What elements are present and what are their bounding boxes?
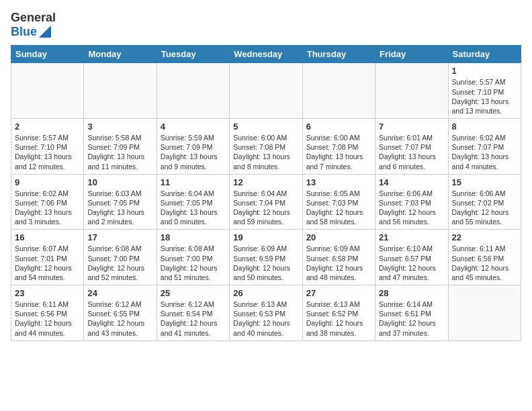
day-number: 2 bbox=[15, 122, 80, 132]
day-info: Sunrise: 6:00 AM bbox=[233, 133, 298, 142]
day-info: Sunrise: 6:02 AM bbox=[15, 189, 80, 198]
day-info: Sunrise: 6:04 AM bbox=[233, 189, 298, 198]
day-number: 9 bbox=[15, 177, 80, 187]
calendar-cell: 2Sunrise: 5:57 AMSunset: 7:10 PMDaylight… bbox=[11, 119, 84, 175]
calendar-week-row: 23Sunrise: 6:11 AMSunset: 6:56 PMDayligh… bbox=[11, 285, 521, 341]
calendar-header-row: SundayMondayTuesdayWednesdayThursdayFrid… bbox=[11, 46, 521, 63]
day-info: Daylight: 12 hours and 37 minutes. bbox=[379, 318, 444, 337]
day-info: Sunset: 6:57 PM bbox=[379, 254, 444, 263]
day-info: Sunrise: 6:13 AM bbox=[306, 300, 371, 309]
day-info: Sunrise: 6:09 AM bbox=[233, 244, 298, 253]
day-info: Daylight: 12 hours and 52 minutes. bbox=[87, 263, 152, 282]
day-number: 7 bbox=[379, 122, 444, 132]
day-number: 21 bbox=[379, 232, 444, 242]
calendar-cell bbox=[157, 63, 229, 119]
calendar-cell: 28Sunrise: 6:14 AMSunset: 6:51 PMDayligh… bbox=[375, 285, 448, 341]
day-info: Daylight: 12 hours and 44 minutes. bbox=[15, 318, 80, 337]
calendar-cell: 12Sunrise: 6:04 AMSunset: 7:04 PMDayligh… bbox=[230, 174, 302, 230]
calendar-cell: 11Sunrise: 6:04 AMSunset: 7:05 PMDayligh… bbox=[157, 174, 229, 230]
day-number: 15 bbox=[452, 177, 517, 187]
day-number: 14 bbox=[379, 177, 444, 187]
day-info: Sunset: 7:07 PM bbox=[452, 142, 517, 152]
calendar-week-row: 1Sunrise: 5:57 AMSunset: 7:10 PMDaylight… bbox=[11, 63, 521, 119]
day-info: Daylight: 13 hours and 3 minutes. bbox=[15, 208, 80, 226]
col-header-tuesday: Tuesday bbox=[157, 46, 229, 63]
day-number: 4 bbox=[161, 122, 226, 132]
day-info: Sunset: 7:05 PM bbox=[161, 198, 226, 208]
calendar-cell: 5Sunrise: 6:00 AMSunset: 7:08 PMDaylight… bbox=[230, 119, 302, 175]
day-info: Sunrise: 6:07 AM bbox=[15, 244, 80, 253]
calendar-cell: 24Sunrise: 6:12 AMSunset: 6:55 PMDayligh… bbox=[84, 285, 157, 341]
day-info: Daylight: 12 hours and 38 minutes. bbox=[306, 318, 371, 337]
day-number: 23 bbox=[15, 288, 80, 298]
day-info: Sunset: 7:08 PM bbox=[306, 142, 371, 152]
day-info: Sunrise: 6:12 AM bbox=[161, 300, 226, 309]
calendar-cell: 18Sunrise: 6:08 AMSunset: 7:00 PMDayligh… bbox=[157, 230, 229, 285]
day-info: Sunrise: 6:10 AM bbox=[379, 244, 444, 253]
day-info: Sunrise: 6:11 AM bbox=[452, 244, 517, 253]
day-number: 5 bbox=[233, 122, 298, 132]
calendar-cell: 7Sunrise: 6:01 AMSunset: 7:07 PMDaylight… bbox=[375, 119, 448, 175]
day-info: Sunset: 7:07 PM bbox=[379, 142, 444, 152]
calendar-cell bbox=[11, 63, 84, 119]
day-info: Sunset: 7:10 PM bbox=[452, 87, 517, 97]
day-info: Sunrise: 6:05 AM bbox=[306, 189, 371, 198]
day-info: Sunrise: 6:13 AM bbox=[233, 300, 298, 309]
day-info: Sunset: 6:53 PM bbox=[233, 309, 298, 318]
day-number: 28 bbox=[379, 288, 444, 298]
day-info: Sunrise: 6:08 AM bbox=[87, 244, 152, 253]
day-number: 24 bbox=[87, 288, 152, 298]
col-header-wednesday: Wednesday bbox=[230, 46, 302, 63]
day-info: Daylight: 12 hours and 51 minutes. bbox=[161, 263, 226, 282]
day-info: Sunrise: 6:14 AM bbox=[379, 300, 444, 309]
calendar-cell: 10Sunrise: 6:03 AMSunset: 7:05 PMDayligh… bbox=[84, 174, 157, 230]
day-number: 11 bbox=[161, 177, 226, 187]
day-number: 18 bbox=[161, 232, 226, 242]
day-info: Sunset: 6:58 PM bbox=[306, 254, 371, 263]
day-info: Daylight: 13 hours and 2 minutes. bbox=[87, 208, 152, 226]
day-info: Daylight: 12 hours and 40 minutes. bbox=[233, 318, 298, 337]
day-info: Daylight: 12 hours and 56 minutes. bbox=[379, 208, 444, 226]
day-info: Sunset: 6:56 PM bbox=[15, 309, 80, 318]
day-number: 1 bbox=[452, 66, 517, 76]
day-info: Daylight: 13 hours and 13 minutes. bbox=[452, 97, 517, 116]
day-info: Daylight: 12 hours and 45 minutes. bbox=[452, 263, 517, 282]
day-info: Sunrise: 6:03 AM bbox=[87, 189, 152, 198]
logo: General Blue bbox=[11, 11, 56, 38]
day-info: Sunrise: 6:11 AM bbox=[15, 300, 80, 309]
day-info: Sunrise: 5:57 AM bbox=[452, 77, 517, 87]
day-info: Sunset: 7:08 PM bbox=[233, 142, 298, 152]
calendar-cell: 6Sunrise: 6:00 AMSunset: 7:08 PMDaylight… bbox=[302, 119, 375, 175]
day-info: Sunset: 7:00 PM bbox=[161, 254, 226, 263]
calendar-week-row: 9Sunrise: 6:02 AMSunset: 7:06 PMDaylight… bbox=[11, 174, 521, 230]
day-info: Sunrise: 6:00 AM bbox=[306, 133, 371, 142]
day-info: Sunrise: 5:58 AM bbox=[87, 133, 152, 142]
calendar-cell: 3Sunrise: 5:58 AMSunset: 7:09 PMDaylight… bbox=[84, 119, 157, 175]
calendar-cell: 15Sunrise: 6:06 AMSunset: 7:02 PMDayligh… bbox=[448, 174, 521, 230]
day-info: Daylight: 12 hours and 54 minutes. bbox=[15, 263, 80, 282]
calendar-cell: 27Sunrise: 6:13 AMSunset: 6:52 PMDayligh… bbox=[302, 285, 375, 341]
day-info: Sunset: 6:52 PM bbox=[306, 309, 371, 318]
day-info: Sunrise: 6:04 AM bbox=[161, 189, 226, 198]
day-number: 26 bbox=[233, 288, 298, 298]
day-info: Sunset: 7:03 PM bbox=[379, 198, 444, 208]
calendar-week-row: 2Sunrise: 5:57 AMSunset: 7:10 PMDaylight… bbox=[11, 119, 521, 175]
day-info: Sunrise: 6:09 AM bbox=[306, 244, 371, 253]
logo-blue: Blue bbox=[11, 25, 37, 39]
day-number: 16 bbox=[15, 232, 80, 242]
calendar-cell bbox=[302, 63, 375, 119]
day-info: Daylight: 12 hours and 41 minutes. bbox=[161, 318, 226, 337]
day-number: 19 bbox=[233, 232, 298, 242]
day-info: Sunset: 7:06 PM bbox=[15, 198, 80, 208]
calendar-cell: 4Sunrise: 5:59 AMSunset: 7:09 PMDaylight… bbox=[157, 119, 229, 175]
col-header-thursday: Thursday bbox=[302, 46, 375, 63]
day-info: Sunrise: 6:02 AM bbox=[452, 133, 517, 142]
day-info: Sunset: 7:03 PM bbox=[306, 198, 371, 208]
day-info: Sunset: 6:51 PM bbox=[379, 309, 444, 318]
day-number: 17 bbox=[87, 232, 152, 242]
calendar-cell bbox=[448, 285, 521, 341]
calendar-cell: 1Sunrise: 5:57 AMSunset: 7:10 PMDaylight… bbox=[448, 63, 521, 119]
day-info: Daylight: 13 hours and 11 minutes. bbox=[87, 152, 152, 171]
day-number: 12 bbox=[233, 177, 298, 187]
day-info: Sunrise: 5:57 AM bbox=[15, 133, 80, 142]
